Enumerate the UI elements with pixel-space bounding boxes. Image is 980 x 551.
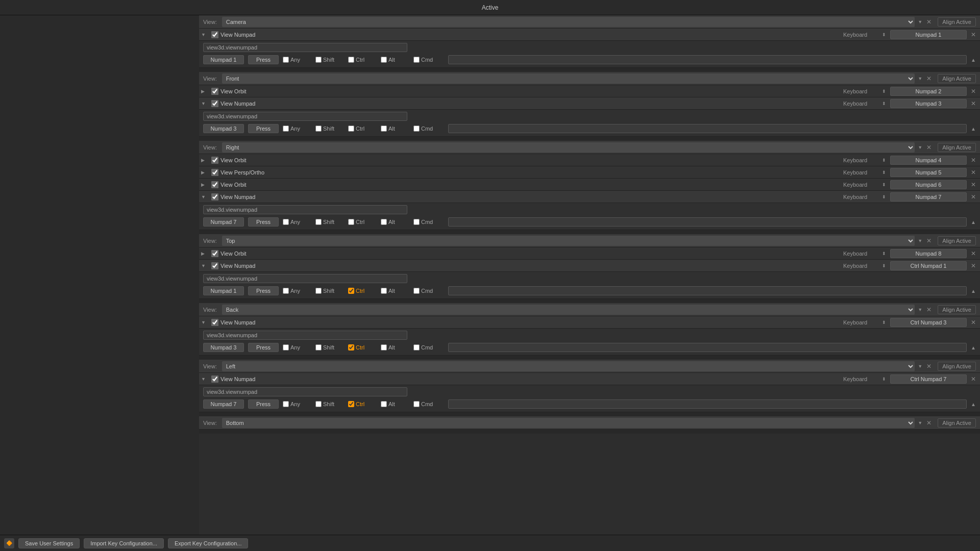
expand-arrow-view-numpad-top[interactable]: ▼ bbox=[201, 263, 209, 268]
delete-button-view-numpad-camera[interactable]: ✕ bbox=[969, 30, 978, 39]
scroll-up-view-numpad-top[interactable]: ▲ bbox=[971, 288, 976, 294]
mod-shift-view-numpad-left[interactable]: Shift bbox=[315, 401, 346, 407]
checkbox-view-persp-right[interactable] bbox=[211, 169, 218, 176]
mod-cmd-view-numpad-top[interactable]: Cmd bbox=[413, 288, 444, 294]
scroll-up-view-numpad-front[interactable]: ▲ bbox=[971, 126, 976, 132]
checkbox-view-numpad-left[interactable] bbox=[211, 375, 218, 383]
view-close-button-camera[interactable]: ✕ bbox=[924, 17, 934, 27]
numpad-value-view-numpad-camera[interactable]: Numpad 1 bbox=[203, 55, 244, 64]
key-value-view-numpad-top[interactable]: Ctrl Numpad 1 bbox=[890, 261, 967, 270]
mod-any-view-numpad-camera[interactable]: Any bbox=[283, 57, 313, 63]
extra-field-view-numpad-back[interactable] bbox=[448, 343, 967, 352]
key-value-view-numpad-right[interactable]: Numpad 7 bbox=[890, 192, 967, 202]
mod-ctrl-view-numpad-front[interactable]: Ctrl bbox=[348, 126, 379, 132]
mod-any-view-numpad-right[interactable]: Any bbox=[283, 219, 313, 225]
mod-any-view-numpad-left[interactable]: Any bbox=[283, 401, 313, 407]
export-key-config-button[interactable]: Export Key Configuration... bbox=[168, 538, 248, 548]
mod-any-view-numpad-front[interactable]: Any bbox=[283, 126, 313, 132]
align-active-button-top[interactable]: Align Active bbox=[938, 236, 976, 245]
expand-arrow-view-persp-right[interactable]: ▶ bbox=[201, 170, 209, 175]
extra-field-view-numpad-top[interactable] bbox=[448, 286, 967, 295]
checkbox-view-numpad-camera[interactable] bbox=[211, 31, 218, 38]
scroll-up-view-numpad-back[interactable]: ▲ bbox=[971, 345, 976, 350]
key-value-view-orbit-right2[interactable]: Numpad 6 bbox=[890, 180, 967, 189]
mod-alt-view-numpad-left[interactable]: Alt bbox=[381, 401, 411, 407]
mod-ctrl-view-numpad-top[interactable]: Ctrl bbox=[348, 288, 379, 294]
numpad-value-view-numpad-back[interactable]: Numpad 3 bbox=[203, 343, 244, 352]
numpad-value-view-numpad-top[interactable]: Numpad 1 bbox=[203, 286, 244, 295]
view-close-button-right[interactable]: ✕ bbox=[924, 143, 934, 152]
save-settings-button[interactable]: Save User Settings bbox=[18, 538, 80, 548]
view-close-button-back[interactable]: ✕ bbox=[924, 305, 934, 314]
view-close-button-left[interactable]: ✕ bbox=[924, 362, 934, 371]
delete-button-view-numpad-left[interactable]: ✕ bbox=[969, 374, 978, 384]
mod-ctrl-view-numpad-left[interactable]: Ctrl bbox=[348, 401, 379, 407]
mod-ctrl-view-numpad-camera[interactable]: Ctrl bbox=[348, 57, 379, 63]
key-value-view-numpad-left[interactable]: Ctrl Numpad 7 bbox=[890, 374, 967, 384]
view-value-select-top[interactable]: Top bbox=[222, 236, 915, 246]
event-type-view-numpad-left[interactable]: Press bbox=[248, 399, 279, 409]
expand-arrow-view-numpad-camera[interactable]: ▼ bbox=[201, 32, 209, 37]
align-active-button-camera[interactable]: Align Active bbox=[938, 17, 976, 27]
view-close-button-top[interactable]: ✕ bbox=[924, 236, 934, 245]
expand-arrow-view-orbit-right2[interactable]: ▶ bbox=[201, 182, 209, 187]
expand-arrow-view-orbit-top[interactable]: ▶ bbox=[201, 251, 209, 256]
expand-arrow-view-orbit-front[interactable]: ▶ bbox=[201, 89, 209, 94]
delete-button-view-numpad-back[interactable]: ✕ bbox=[969, 318, 978, 327]
mod-shift-view-numpad-camera[interactable]: Shift bbox=[315, 57, 346, 63]
key-value-view-numpad-back[interactable]: Ctrl Numpad 3 bbox=[890, 318, 967, 327]
function-name-view-numpad-left[interactable]: view3d.viewnumpad bbox=[203, 387, 407, 396]
delete-button-view-orbit-top[interactable]: ✕ bbox=[969, 249, 978, 258]
mod-shift-view-numpad-right[interactable]: Shift bbox=[315, 219, 346, 225]
mod-alt-view-numpad-front[interactable]: Alt bbox=[381, 126, 411, 132]
extra-field-view-numpad-right[interactable] bbox=[448, 217, 967, 227]
keybinding-area[interactable]: View: Camera ▼ ✕ Align Active ▼ View Num… bbox=[199, 15, 980, 535]
delete-button-view-orbit-right1[interactable]: ✕ bbox=[969, 156, 978, 165]
view-value-select-front[interactable]: Front bbox=[222, 73, 915, 84]
key-value-view-numpad-front[interactable]: Numpad 3 bbox=[890, 99, 967, 108]
expand-arrow-view-numpad-right[interactable]: ▼ bbox=[201, 194, 209, 199]
key-value-view-orbit-top[interactable]: Numpad 8 bbox=[890, 249, 967, 258]
extra-field-view-numpad-front[interactable] bbox=[448, 124, 967, 133]
checkbox-view-numpad-top[interactable] bbox=[211, 262, 218, 269]
function-name-view-numpad-camera[interactable]: view3d.viewnumpad bbox=[203, 43, 407, 52]
function-name-view-numpad-right[interactable]: view3d.viewnumpad bbox=[203, 205, 407, 214]
delete-button-view-persp-right[interactable]: ✕ bbox=[969, 168, 978, 177]
extra-field-view-numpad-camera[interactable] bbox=[448, 55, 967, 64]
checkbox-view-numpad-back[interactable] bbox=[211, 319, 218, 326]
align-active-button-right[interactable]: Align Active bbox=[938, 143, 976, 152]
mod-shift-view-numpad-back[interactable]: Shift bbox=[315, 344, 346, 350]
view-value-select-camera[interactable]: Camera bbox=[222, 17, 915, 27]
mod-shift-view-numpad-top[interactable]: Shift bbox=[315, 288, 346, 294]
scroll-up-view-numpad-left[interactable]: ▲ bbox=[971, 402, 976, 407]
event-type-view-numpad-right[interactable]: Press bbox=[248, 217, 279, 227]
numpad-value-view-numpad-front[interactable]: Numpad 3 bbox=[203, 124, 244, 133]
checkbox-view-orbit-top[interactable] bbox=[211, 250, 218, 257]
view-value-select-left[interactable]: Left bbox=[222, 361, 915, 371]
event-type-view-numpad-back[interactable]: Press bbox=[248, 343, 279, 352]
mod-cmd-view-numpad-camera[interactable]: Cmd bbox=[413, 57, 444, 63]
delete-button-view-orbit-right2[interactable]: ✕ bbox=[969, 180, 978, 189]
function-name-view-numpad-front[interactable]: view3d.viewnumpad bbox=[203, 112, 407, 121]
mod-ctrl-view-numpad-right[interactable]: Ctrl bbox=[348, 219, 379, 225]
checkbox-view-orbit-right1[interactable] bbox=[211, 157, 218, 164]
checkbox-view-numpad-front[interactable] bbox=[211, 100, 218, 107]
scroll-up-view-numpad-right[interactable]: ▲ bbox=[971, 219, 976, 225]
event-type-view-numpad-front[interactable]: Press bbox=[248, 124, 279, 133]
import-key-config-button[interactable]: Import Key Configuration... bbox=[84, 538, 164, 548]
key-value-view-persp-right[interactable]: Numpad 5 bbox=[890, 168, 967, 177]
mod-shift-view-numpad-front[interactable]: Shift bbox=[315, 126, 346, 132]
align-active-button-back[interactable]: Align Active bbox=[938, 305, 976, 314]
checkbox-view-orbit-right2[interactable] bbox=[211, 181, 218, 188]
align-active-button-front[interactable]: Align Active bbox=[938, 74, 976, 83]
mod-ctrl-view-numpad-back[interactable]: Ctrl bbox=[348, 344, 379, 350]
view-close-button-bottom[interactable]: ✕ bbox=[924, 418, 934, 428]
checkbox-view-orbit-front[interactable] bbox=[211, 88, 218, 95]
view-value-select-bottom[interactable]: Bottom bbox=[222, 418, 915, 428]
function-name-view-numpad-back[interactable]: view3d.viewnumpad bbox=[203, 331, 407, 340]
mod-alt-view-numpad-back[interactable]: Alt bbox=[381, 344, 411, 350]
expand-arrow-view-numpad-left[interactable]: ▼ bbox=[201, 377, 209, 382]
align-active-button-left[interactable]: Align Active bbox=[938, 362, 976, 371]
mod-cmd-view-numpad-back[interactable]: Cmd bbox=[413, 344, 444, 350]
event-type-view-numpad-top[interactable]: Press bbox=[248, 286, 279, 295]
